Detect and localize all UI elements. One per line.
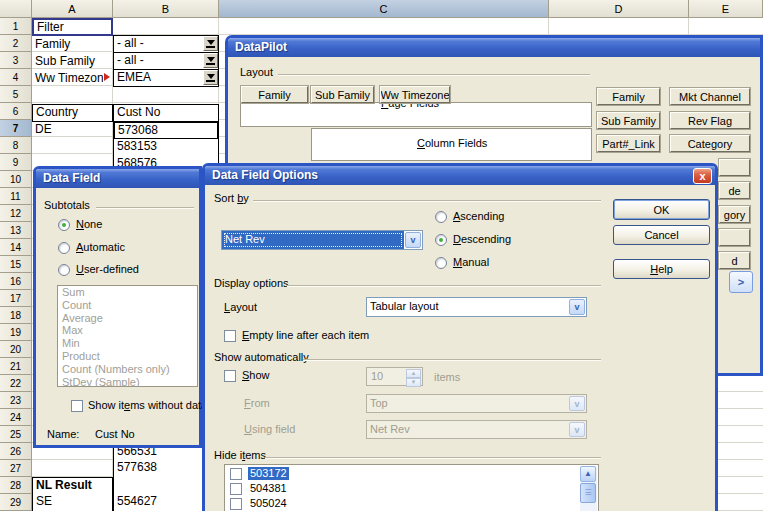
field-button-category[interactable]: Category — [670, 135, 750, 152]
show-checkbox[interactable] — [224, 370, 236, 382]
field-button-subfamily[interactable]: Sub Family — [597, 112, 660, 129]
datapilot-titlebar[interactable]: DataPilot — [228, 38, 760, 57]
radio-manual[interactable] — [435, 257, 447, 269]
row-header-15[interactable]: 15 — [0, 256, 31, 273]
cell-a28[interactable]: NL Result — [32, 477, 113, 495]
field-button-clipped-1[interactable] — [719, 159, 750, 176]
row-header-17[interactable]: 17 — [0, 290, 31, 307]
pagefield-button-wwtimezone[interactable]: Ww Timezone — [380, 86, 450, 103]
row-header-29[interactable]: 29 — [0, 494, 31, 511]
cell-a4[interactable]: Ww Timezon — [35, 72, 103, 85]
col-header-A[interactable]: A — [32, 0, 113, 18]
radio-user-defined[interactable] — [58, 264, 70, 276]
radio-none[interactable] — [58, 219, 70, 231]
row-header-14[interactable]: 14 — [0, 239, 31, 256]
field-button-clipped-4[interactable] — [719, 229, 750, 246]
row-header-7[interactable]: 7 — [0, 120, 31, 137]
chevron-down-icon[interactable]: v — [405, 232, 421, 248]
subtotal-functions-list[interactable]: SumCountAverageMaxMinProductCount (Numbe… — [57, 285, 198, 387]
hide-item-row[interactable]: 504381 — [225, 481, 580, 496]
from-combobox[interactable]: Top v — [366, 394, 587, 413]
field-button-mktchannel[interactable]: Mkt Channel — [670, 88, 750, 105]
cell-a29[interactable]: SE — [32, 494, 113, 511]
cell-b6[interactable]: Cust No — [113, 104, 219, 122]
col-header-D[interactable]: D — [549, 0, 689, 18]
scroll-up-icon[interactable]: ▲ — [580, 466, 596, 482]
field-button-partlink[interactable]: Part#_Link — [597, 135, 660, 152]
row-header-2[interactable]: 2 — [0, 35, 31, 52]
row-header-18[interactable]: 18 — [0, 307, 31, 324]
row-header-5[interactable]: 5 — [0, 86, 31, 103]
field-button-family[interactable]: Family — [597, 88, 660, 105]
hide-item-checkbox[interactable] — [230, 468, 242, 480]
field-button-clipped-5[interactable]: d — [719, 252, 750, 269]
sheet-corner[interactable] — [0, 0, 32, 18]
empty-line-checkbox[interactable] — [224, 330, 236, 342]
row-header-25[interactable]: 25 — [0, 426, 31, 443]
row-header-24[interactable]: 24 — [0, 409, 31, 426]
hide-item-row[interactable]: 503172 — [225, 466, 580, 481]
row-header-16[interactable]: 16 — [0, 273, 31, 290]
ok-button[interactable]: OK — [613, 199, 710, 220]
page-field-dropdown-b2[interactable] — [203, 36, 218, 51]
more-button[interactable]: > — [729, 271, 753, 293]
row-header-6[interactable]: 6 — [0, 103, 31, 120]
spin-up-icon[interactable]: ▲ — [406, 369, 421, 378]
row-header-12[interactable]: 12 — [0, 205, 31, 222]
row-header-4[interactable]: 4 — [0, 69, 31, 86]
hide-item-checkbox[interactable] — [230, 483, 242, 495]
close-icon[interactable]: x — [693, 168, 712, 184]
cell-b4[interactable]: EMEA — [113, 69, 219, 87]
col-header-C[interactable]: C — [219, 0, 549, 18]
row-header-26[interactable]: 26 — [0, 443, 31, 460]
pagefield-button-family[interactable]: Family — [241, 86, 308, 103]
page-fields-dropzone[interactable]: Page Fields — [240, 102, 592, 127]
dfo-titlebar[interactable]: Data Field Options — [205, 166, 715, 185]
radio-descending[interactable] — [435, 234, 447, 246]
field-button-clipped-2[interactable]: de — [719, 182, 750, 199]
row-header-20[interactable]: 20 — [0, 341, 31, 358]
show-items-checkbox[interactable] — [71, 400, 83, 412]
row-header-11[interactable]: 11 — [0, 188, 31, 205]
row-header-21[interactable]: 21 — [0, 358, 31, 375]
row-header-22[interactable]: 22 — [0, 375, 31, 392]
field-button-clipped-3[interactable]: gory — [719, 206, 750, 223]
help-button[interactable]: Help — [613, 259, 710, 279]
row-header-9[interactable]: 9 — [0, 154, 31, 171]
cell-b3[interactable]: - all - — [113, 52, 219, 70]
cell-b7[interactable]: 573068 — [113, 121, 219, 140]
cell-a2[interactable]: Family — [35, 38, 111, 51]
radio-ascending[interactable] — [435, 211, 447, 223]
chevron-down-icon[interactable]: v — [569, 299, 585, 315]
data-field-titlebar[interactable]: Data Field — [36, 169, 199, 188]
hide-item-row[interactable]: 505024 — [225, 496, 580, 511]
radio-automatic[interactable] — [58, 242, 70, 254]
pagefield-button-subfamily[interactable]: Sub Family — [311, 86, 374, 103]
items-count-spinner[interactable]: 10 ▲▼ — [366, 367, 423, 386]
row-header-19[interactable]: 19 — [0, 324, 31, 341]
page-field-dropdown-b4[interactable] — [203, 70, 218, 85]
layout-combobox[interactable]: Tabular layout v — [366, 297, 587, 317]
hide-item-checkbox[interactable] — [230, 498, 242, 510]
col-header-B[interactable]: B — [113, 0, 219, 18]
cell-a1[interactable]: Filter — [32, 18, 113, 36]
cancel-button[interactable]: Cancel — [613, 225, 710, 245]
using-field-combobox[interactable]: Net Rev v — [366, 420, 587, 439]
spin-down-icon[interactable]: ▼ — [406, 378, 421, 387]
spinner-buttons[interactable]: ▲▼ — [406, 369, 421, 384]
hide-items-scrollbar[interactable]: ▲ ☰ — [580, 466, 597, 511]
row-header-8[interactable]: 8 — [0, 137, 31, 154]
row-header-13[interactable]: 13 — [0, 222, 31, 239]
col-header-E[interactable]: E — [689, 0, 763, 18]
cell-b8[interactable]: 583153 — [113, 139, 219, 157]
field-button-revflag[interactable]: Rev Flag — [670, 112, 750, 129]
scrollbar-thumb[interactable]: ☰ — [580, 483, 596, 503]
row-header-3[interactable]: 3 — [0, 52, 31, 69]
column-fields-dropzone[interactable]: Column Fields — [311, 128, 592, 161]
cell-a6[interactable]: Country — [32, 104, 113, 122]
hide-items-list[interactable]: 503172504381505024504107 ▲ ☰ — [224, 464, 599, 511]
row-header-27[interactable]: 27 — [0, 460, 31, 477]
sort-field-combobox[interactable]: Net Rev v — [221, 230, 423, 250]
row-header-23[interactable]: 23 — [0, 392, 31, 409]
page-field-dropdown-b3[interactable] — [203, 53, 218, 68]
